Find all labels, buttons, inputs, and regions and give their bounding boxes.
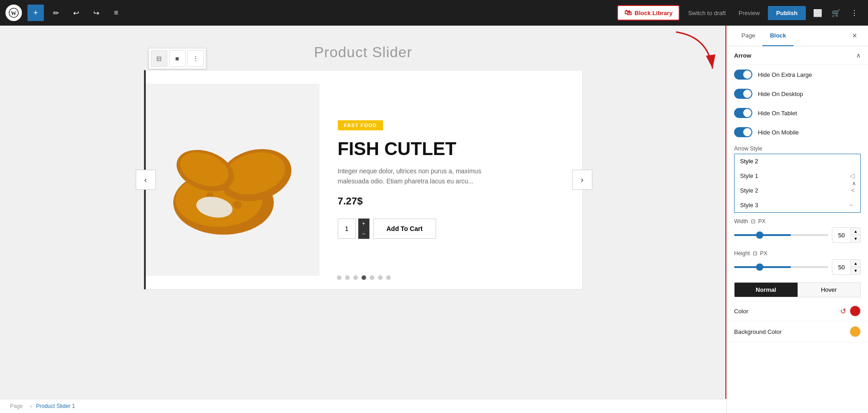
main-layout: Product Slider ⊟ ■ ⋮ ‹ › [0, 26, 868, 413]
slide-content: FAST FOOD FISH CUTLET Integer neque dolo… [146, 70, 582, 289]
arrow-section-toggle-icon: ∧ [856, 52, 861, 59]
color-row: Color ↺ [727, 301, 868, 322]
dot-4[interactable] [362, 275, 366, 280]
option-3-label: Style 3 [740, 202, 758, 209]
width-unit: PX [758, 218, 766, 225]
block-type-button[interactable]: ⊟ [151, 50, 167, 67]
dot-7[interactable] [386, 275, 391, 280]
toggle-hide-tablet[interactable] [734, 108, 752, 118]
block-library-label: Block Library [634, 10, 672, 16]
quantity-stepper: + − [358, 218, 370, 239]
dot-6[interactable] [378, 275, 383, 280]
undo-button[interactable]: ↩ [68, 5, 84, 21]
block-library-icon: 🛍 [624, 9, 632, 17]
width-spinners: ▲ ▼ [851, 228, 860, 242]
redo-button[interactable]: ↪ [88, 5, 104, 21]
slider-dots [337, 275, 391, 280]
add-block-button[interactable]: + [27, 5, 44, 21]
toggle-hide-desktop[interactable] [734, 89, 752, 99]
toggle-hide-mobile[interactable] [734, 127, 752, 137]
arrow-style-label: Arrow Style [734, 145, 861, 152]
panel-close-button[interactable]: × [848, 26, 861, 46]
height-input-row: ▲ ▼ [734, 259, 861, 275]
option-1-label: Style 1 [740, 172, 758, 179]
dot-3[interactable] [353, 275, 358, 280]
background-color-label: Background Color [734, 328, 846, 335]
width-input-row: ▲ ▼ [734, 227, 861, 243]
product-description: Integer neque dolor, ultrices non purus … [338, 166, 502, 187]
tools-button[interactable]: ✏ [48, 5, 64, 21]
right-panel: Page Block × Arrow ∧ Hide On Extra Large… [726, 26, 868, 413]
dot-2[interactable] [345, 275, 350, 280]
arrow-style-field: Arrow Style Style 2 ∧ Style 1 ◁ Style 2 … [727, 142, 868, 215]
arrow-style-select[interactable]: Style 2 [734, 154, 861, 168]
qty-decrease-button[interactable]: − [358, 229, 369, 239]
toggle-hide-extra-large[interactable] [734, 70, 752, 80]
add-to-cart-button[interactable]: Add To Cart [373, 219, 436, 239]
product-price: 7.27$ [338, 195, 564, 207]
state-tab-hover[interactable]: Hover [798, 283, 861, 297]
width-screen-icon[interactable]: ⊡ [751, 218, 756, 225]
state-tab-normal[interactable]: Normal [735, 283, 798, 297]
switch-to-draft-button[interactable]: Switch to draft [683, 7, 730, 19]
wp-logo[interactable]: W [5, 5, 22, 21]
option-3-icon: ← [848, 201, 855, 209]
arrow-style-option-2[interactable]: Style 2 < [735, 183, 860, 198]
slider-next-button[interactable]: › [572, 170, 592, 190]
height-unit: PX [760, 250, 767, 257]
slider-block: ‹ › [144, 70, 583, 290]
category-badge: FAST FOOD [338, 120, 383, 130]
add-to-cart-row: + − Add To Cart [338, 218, 564, 239]
arrow-style-option-1[interactable]: Style 1 ◁ [735, 168, 860, 183]
height-slider-row: Height ⊡ PX ▲ ▼ [727, 247, 868, 279]
dot-5[interactable] [370, 275, 374, 280]
breadcrumb: Page › Product Slider 1 [0, 399, 726, 413]
block-align-button[interactable]: ■ [169, 50, 186, 67]
more-options-button[interactable]: ⋮ [846, 5, 863, 21]
panel-tabs: Page Block × [727, 26, 868, 46]
quantity-input[interactable] [338, 219, 356, 239]
width-range-slider[interactable] [734, 234, 828, 236]
block-library-button[interactable]: 🛍 Block Library [617, 5, 680, 21]
toggle-row-mobile: Hide On Mobile [727, 123, 868, 142]
block-more-button[interactable]: ⋮ [187, 50, 204, 67]
arrow-style-option-3[interactable]: Style 3 ← [735, 198, 860, 212]
block-toolbar-wrapper: ⊟ ■ ⋮ ‹ › [144, 70, 583, 290]
width-label: Width ⊡ PX [734, 218, 861, 225]
breadcrumb-current[interactable]: Product Slider 1 [36, 403, 75, 409]
slider-prev-button[interactable]: ‹ [136, 170, 156, 190]
height-number-wrapper: ▲ ▼ [832, 259, 861, 275]
height-decrease-button[interactable]: ▼ [851, 267, 860, 274]
breadcrumb-page: Page [10, 403, 23, 409]
color-swatch[interactable] [850, 306, 861, 316]
option-1-icon: ◁ [850, 172, 855, 179]
height-label: Height ⊡ PX [734, 250, 861, 257]
list-view-button[interactable]: ≡ [108, 5, 124, 21]
cart-button[interactable]: 🛒 [828, 5, 844, 21]
panel-body: Arrow ∧ Hide On Extra Large Hide On Desk… [727, 46, 868, 413]
arrow-style-selected: Style 2 [740, 158, 758, 165]
product-image [164, 116, 301, 244]
height-range-slider[interactable] [734, 266, 828, 268]
height-number-input[interactable] [832, 260, 851, 274]
preview-button[interactable]: Preview [734, 7, 764, 19]
color-reset-icon[interactable]: ↺ [840, 307, 846, 316]
publish-button[interactable]: Publish [768, 6, 806, 20]
qty-increase-button[interactable]: + [358, 219, 369, 229]
arrow-section-header[interactable]: Arrow ∧ [727, 46, 868, 65]
editor-area: Product Slider ⊟ ■ ⋮ ‹ › [0, 26, 726, 413]
height-spinners: ▲ ▼ [851, 260, 860, 274]
settings-panel-button[interactable]: ⬜ [809, 5, 826, 21]
dot-1[interactable] [337, 275, 341, 280]
arrow-style-dropdown-wrapper: Style 2 ∧ Style 1 ◁ Style 2 < Sty [734, 154, 861, 213]
slide-image-area [146, 84, 320, 276]
height-screen-icon[interactable]: ⊡ [753, 250, 757, 257]
background-color-swatch[interactable] [850, 326, 861, 337]
width-increase-button[interactable]: ▲ [851, 228, 860, 235]
height-increase-button[interactable]: ▲ [851, 260, 860, 267]
toggle-label-desktop: Hide On Desktop [758, 91, 861, 97]
tab-block[interactable]: Block [762, 26, 793, 46]
tab-page[interactable]: Page [734, 26, 762, 46]
width-number-input[interactable] [832, 228, 851, 242]
width-decrease-button[interactable]: ▼ [851, 235, 860, 242]
